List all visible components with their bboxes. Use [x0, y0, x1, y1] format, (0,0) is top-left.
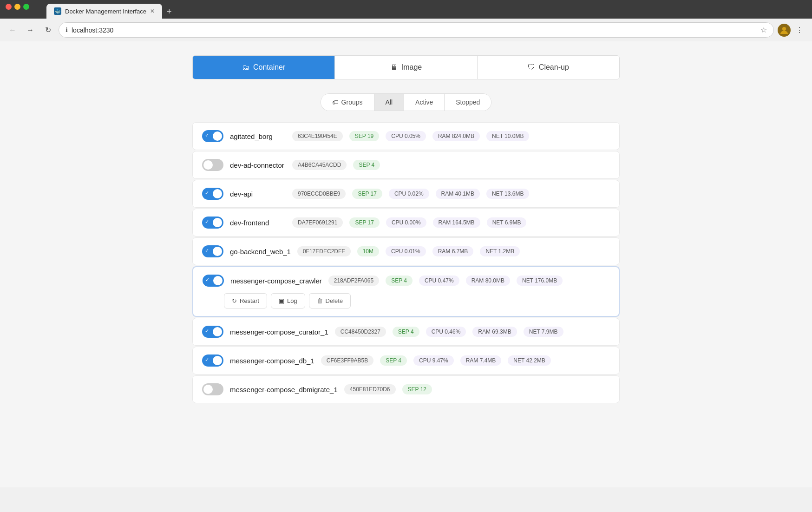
browser-tab-active[interactable]: 🐳 Docker Management Interface ✕: [46, 4, 162, 19]
container-row-main: ✓go-backend_web_10F17EDEC2DFF10MCPU 0.01…: [202, 245, 610, 257]
restart-icon: ↻: [232, 297, 237, 304]
container-toggle[interactable]: ✓: [202, 130, 223, 142]
container-net-badge: NET 6.9MB: [487, 217, 527, 228]
container-hash-badge: DA7EF0691291: [292, 217, 343, 228]
container-date-badge: SEP 17: [352, 189, 382, 199]
container-toggle[interactable]: ✓: [203, 275, 224, 287]
new-tab-button[interactable]: +: [163, 5, 176, 19]
tab-close-icon[interactable]: ✕: [150, 8, 155, 14]
image-tab-icon: 🖥: [390, 63, 398, 72]
container-row: ✓dev-frontendDA7EF0691291SEP 17CPU 0.00%…: [192, 209, 620, 236]
container-net-badge: NET 13.6MB: [486, 189, 529, 199]
container-name: agitated_borg: [230, 132, 286, 140]
restart-button[interactable]: ↻ Restart: [224, 293, 267, 309]
container-name: messenger-compose_curator_1: [230, 328, 328, 336]
container-toggle[interactable]: [202, 159, 223, 171]
cleanup-tab-icon: 🛡: [528, 63, 535, 72]
log-icon: ▣: [279, 297, 284, 304]
container-cpu-badge: CPU 0.05%: [386, 131, 426, 141]
reload-button[interactable]: ↻: [41, 23, 55, 37]
main-content: 🗂 Container 🖥 Image 🛡 Clean-up 🏷 Groups: [0, 41, 812, 487]
bookmark-icon[interactable]: ☆: [760, 26, 767, 34]
container-hash-badge: 450E81ED70D6: [344, 384, 396, 394]
container-name: messenger-compose_db_1: [230, 357, 314, 365]
container-ram-badge: RAM 40.1MB: [436, 189, 480, 199]
filter-groups[interactable]: 🏷 Groups: [321, 94, 374, 111]
container-row-main: ✓agitated_borg63C4E190454ESEP 19CPU 0.05…: [202, 130, 610, 142]
toggle-check-icon: ✓: [205, 248, 209, 254]
browser-chrome: 🐳 Docker Management Interface ✕ +: [0, 0, 812, 19]
container-cpu-badge: CPU 0.02%: [389, 189, 429, 199]
container-cpu-badge: CPU 0.47%: [419, 276, 459, 286]
container-net-badge: NET 1.2MB: [480, 246, 520, 256]
container-row: ✓messenger-compose_crawler218ADF2FA065SE…: [192, 266, 620, 317]
container-ram-badge: RAM 69.3MB: [472, 327, 517, 337]
toggle-check-icon: ✓: [205, 277, 210, 283]
log-button[interactable]: ▣ Log: [271, 293, 305, 309]
container-hash-badge: 63C4E190454E: [292, 131, 343, 141]
cleanup-tab-label: Clean-up: [539, 63, 569, 72]
container-date-badge: SEP 4: [386, 276, 413, 286]
back-button[interactable]: ←: [6, 23, 20, 37]
minimize-button[interactable]: [14, 4, 20, 10]
container-hash-badge: 970ECCD0BBE9: [292, 189, 346, 199]
address-bar[interactable]: ℹ localhost:3230 ☆: [59, 22, 774, 38]
close-button[interactable]: [6, 4, 12, 10]
container-toggle[interactable]: [202, 383, 223, 395]
user-avatar[interactable]: [778, 24, 791, 37]
container-toggle[interactable]: ✓: [202, 326, 223, 338]
tag-icon: 🏷: [332, 98, 339, 106]
container-tab-icon: 🗂: [242, 63, 249, 72]
container-list: ✓agitated_borg63C4E190454ESEP 19CPU 0.05…: [192, 122, 620, 403]
container-hash-badge: CC48450D2327: [335, 327, 386, 337]
toolbar-actions: ⋮: [778, 23, 806, 37]
toggle-check-icon: ✓: [205, 328, 209, 334]
tab-cleanup[interactable]: 🛡 Clean-up: [478, 56, 619, 79]
filter-stopped[interactable]: Stopped: [445, 94, 491, 111]
container-date-badge: SEP 12: [402, 384, 432, 394]
container-name: messenger-compose_crawler: [230, 277, 322, 285]
container-name: go-backend_web_1: [230, 248, 291, 256]
forward-button[interactable]: →: [23, 23, 37, 37]
window-controls: [0, 0, 35, 13]
container-date-badge: SEP 19: [349, 131, 379, 141]
container-date-badge: SEP 17: [349, 217, 379, 228]
container-row: ✓messenger-compose_curator_1CC48450D2327…: [192, 318, 620, 346]
container-toggle[interactable]: ✓: [202, 245, 223, 257]
container-net-badge: NET 42.2MB: [508, 355, 550, 366]
container-row-main: ✓dev-api970ECCD0BBE9SEP 17CPU 0.02%RAM 4…: [202, 188, 610, 200]
maximize-button[interactable]: [23, 4, 29, 10]
menu-button[interactable]: ⋮: [792, 23, 806, 37]
container-cpu-badge: CPU 9.47%: [413, 355, 454, 366]
filter-active[interactable]: Active: [404, 94, 444, 111]
container-ram-badge: RAM 824.0MB: [432, 131, 480, 141]
tab-image[interactable]: 🖥 Image: [335, 56, 477, 79]
container-toggle[interactable]: ✓: [202, 188, 223, 200]
container-net-badge: NET 176.0MB: [517, 276, 563, 286]
container-row-main: ✓messenger-compose_crawler218ADF2FA065SE…: [203, 275, 609, 287]
tab-container[interactable]: 🗂 Container: [193, 56, 335, 79]
container-toggle[interactable]: ✓: [202, 217, 223, 229]
container-hash-badge: 218ADF2FA065: [328, 276, 379, 286]
main-tabs: 🗂 Container 🖥 Image 🛡 Clean-up: [192, 55, 620, 79]
container-row-main: dev-ad-connectorA4B6CA45ACDDSEP 4: [202, 159, 610, 171]
container-toggle[interactable]: ✓: [202, 354, 223, 367]
content-container: 🗂 Container 🖥 Image 🛡 Clean-up 🏷 Groups: [183, 55, 629, 403]
container-name: dev-ad-connector: [230, 161, 286, 169]
container-date-badge: SEP 4: [353, 160, 380, 170]
filter-all[interactable]: All: [374, 94, 404, 111]
browser-toolbar: ← → ↻ ℹ localhost:3230 ☆ ⋮: [0, 19, 812, 41]
container-row: ✓messenger-compose_db_1CF6E3FF9AB5BSEP 4…: [192, 347, 620, 374]
delete-button[interactable]: 🗑 Delete: [309, 293, 351, 309]
container-row: ✓dev-api970ECCD0BBE9SEP 17CPU 0.02%RAM 4…: [192, 180, 620, 208]
svg-point-0: [782, 27, 786, 31]
toggle-check-icon: ✓: [205, 357, 209, 363]
container-net-badge: NET 7.9MB: [524, 327, 563, 337]
filter-group: 🏷 Groups All Active Stopped: [321, 93, 492, 111]
container-row: ✓go-backend_web_10F17EDEC2DFF10MCPU 0.01…: [192, 237, 620, 265]
container-date-badge: SEP 4: [380, 355, 407, 366]
container-actions: ↻ Restart▣ Log🗑 Delete: [203, 293, 351, 309]
toggle-check-icon: ✓: [205, 190, 209, 196]
url-text: localhost:3230: [72, 26, 757, 34]
container-name: dev-frontend: [230, 219, 286, 227]
